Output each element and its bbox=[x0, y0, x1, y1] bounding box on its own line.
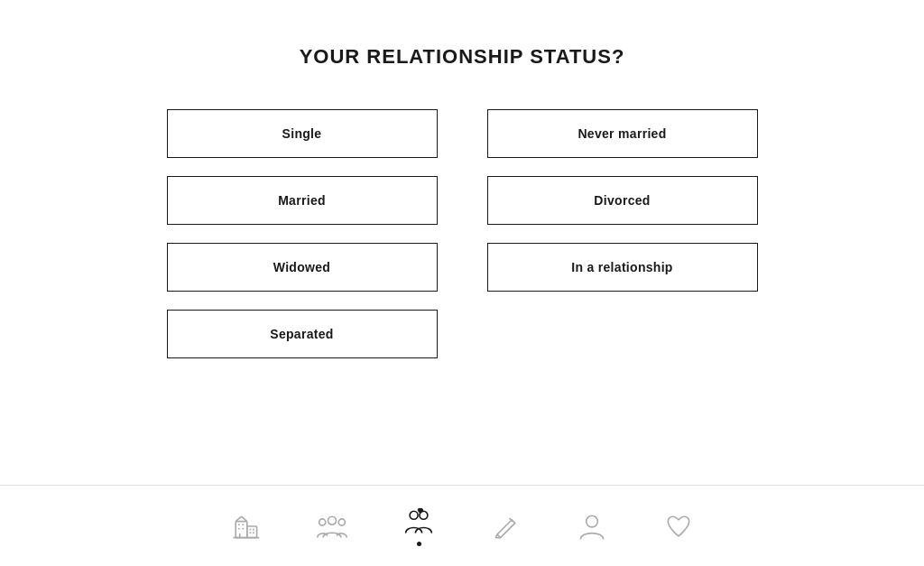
svg-point-14 bbox=[328, 516, 337, 524]
main-content: YOUR RELATIONSHIP STATUS? Single Never m… bbox=[0, 0, 924, 485]
svg-point-15 bbox=[319, 518, 326, 524]
svg-point-16 bbox=[338, 518, 345, 524]
option-divorced[interactable]: Divorced bbox=[487, 176, 758, 225]
nav-heart[interactable] bbox=[662, 510, 695, 543]
svg-line-12 bbox=[236, 516, 241, 521]
options-grid: Single Never married Married Divorced Wi… bbox=[167, 109, 758, 358]
nav-couple[interactable] bbox=[402, 506, 435, 546]
option-single[interactable]: Single bbox=[167, 109, 438, 158]
option-in-a-relationship[interactable]: In a relationship bbox=[487, 243, 758, 292]
bottom-nav bbox=[0, 485, 924, 566]
svg-rect-1 bbox=[247, 526, 257, 538]
svg-line-13 bbox=[242, 516, 247, 521]
nav-group[interactable] bbox=[316, 510, 348, 543]
page-title: YOUR RELATIONSHIP STATUS? bbox=[300, 45, 625, 69]
nav-city[interactable] bbox=[229, 510, 262, 543]
nav-profile[interactable] bbox=[576, 510, 608, 543]
svg-point-22 bbox=[587, 515, 598, 527]
svg-point-17 bbox=[410, 511, 418, 519]
option-married[interactable]: Married bbox=[167, 176, 438, 225]
option-separated[interactable]: Separated bbox=[167, 310, 438, 358]
option-widowed[interactable]: Widowed bbox=[167, 243, 438, 292]
option-never-married[interactable]: Never married bbox=[487, 109, 758, 158]
nav-edit[interactable] bbox=[489, 510, 522, 543]
nav-active-dot bbox=[417, 542, 421, 546]
svg-rect-0 bbox=[236, 521, 247, 537]
